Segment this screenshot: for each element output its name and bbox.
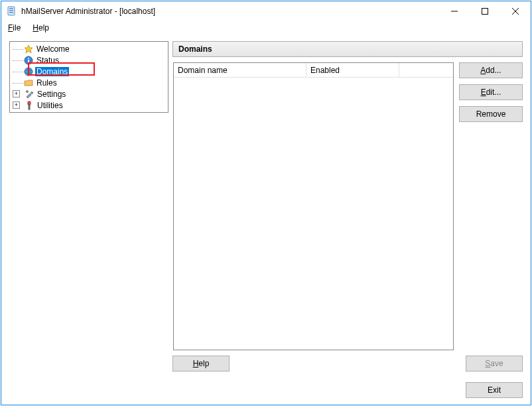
- globe-icon: [23, 66, 34, 77]
- panel-body: Domain name Enabled Add... Edit... Remov…: [172, 57, 523, 350]
- svg-rect-10: [28, 60, 29, 63]
- tree-view[interactable]: Welcome Status Domains: [9, 41, 168, 113]
- edit-button[interactable]: Edit...: [459, 84, 523, 100]
- remove-button[interactable]: Remove: [459, 106, 523, 122]
- tree-item-utilities[interactable]: + Utilities: [11, 100, 166, 111]
- app-icon: [7, 6, 17, 17]
- tree-item-status[interactable]: Status: [11, 54, 166, 66]
- footer-bar: Exit: [1, 378, 531, 405]
- panel-title: Domains: [178, 44, 212, 54]
- expand-icon[interactable]: +: [13, 102, 20, 109]
- expand-icon[interactable]: +: [13, 90, 20, 98]
- panel-bottom-bar: Help Save: [172, 350, 523, 372]
- menu-help[interactable]: Help: [33, 23, 49, 33]
- add-button[interactable]: Add...: [459, 62, 523, 78]
- menubar: File Help: [1, 21, 531, 34]
- info-icon: [23, 55, 34, 66]
- tree-label: Welcome: [35, 44, 71, 54]
- tools-icon: [24, 89, 34, 100]
- domain-listview[interactable]: Domain name Enabled: [173, 62, 454, 350]
- column-enabled[interactable]: Enabled: [306, 63, 399, 77]
- help-button[interactable]: Help: [172, 356, 230, 372]
- tree-label: Status: [35, 56, 60, 65]
- svg-rect-16: [29, 105, 30, 109]
- folder-icon: [23, 78, 34, 88]
- svg-rect-3: [9, 12, 13, 13]
- tree-label: Settings: [36, 90, 67, 99]
- panel-header: Domains: [172, 41, 523, 57]
- save-button[interactable]: Save: [466, 356, 523, 372]
- tree-item-rules[interactable]: Rules: [11, 77, 166, 88]
- star-icon: [23, 44, 34, 54]
- tree-item-domains[interactable]: Domains: [11, 66, 166, 77]
- util-icon: [24, 100, 34, 111]
- svg-rect-2: [9, 10, 13, 11]
- window-title: hMailServer Administrator - [localhost]: [21, 7, 439, 16]
- tree-label: Domains: [35, 67, 69, 76]
- tree-item-welcome[interactable]: Welcome: [11, 43, 166, 54]
- window-controls: [439, 1, 531, 21]
- svg-rect-5: [482, 9, 488, 15]
- svg-marker-8: [25, 45, 33, 53]
- close-button[interactable]: [500, 1, 531, 21]
- svg-point-12: [25, 68, 33, 76]
- column-domain-name[interactable]: Domain name: [174, 63, 306, 77]
- tree-item-settings[interactable]: + Settings: [11, 88, 166, 100]
- tree-label: Rules: [35, 78, 58, 88]
- listview-header: Domain name Enabled: [174, 63, 453, 78]
- svg-rect-15: [28, 102, 31, 105]
- svg-point-11: [28, 58, 29, 59]
- side-button-group: Add... Edit... Remove: [459, 62, 523, 350]
- maximize-button[interactable]: [470, 1, 500, 21]
- tree-panel: Welcome Status Domains: [9, 41, 168, 372]
- client-area: Welcome Status Domains: [1, 34, 531, 378]
- menu-file[interactable]: File: [8, 23, 21, 33]
- exit-button[interactable]: Exit: [466, 382, 523, 398]
- minimize-button[interactable]: [439, 1, 470, 21]
- svg-rect-1: [9, 8, 13, 9]
- app-window: hMailServer Administrator - [localhost] …: [1, 1, 531, 405]
- right-pane: Domains Domain name Enabled Add... Edit.…: [172, 41, 523, 372]
- tree-label: Utilities: [36, 101, 64, 110]
- titlebar: hMailServer Administrator - [localhost]: [1, 1, 531, 21]
